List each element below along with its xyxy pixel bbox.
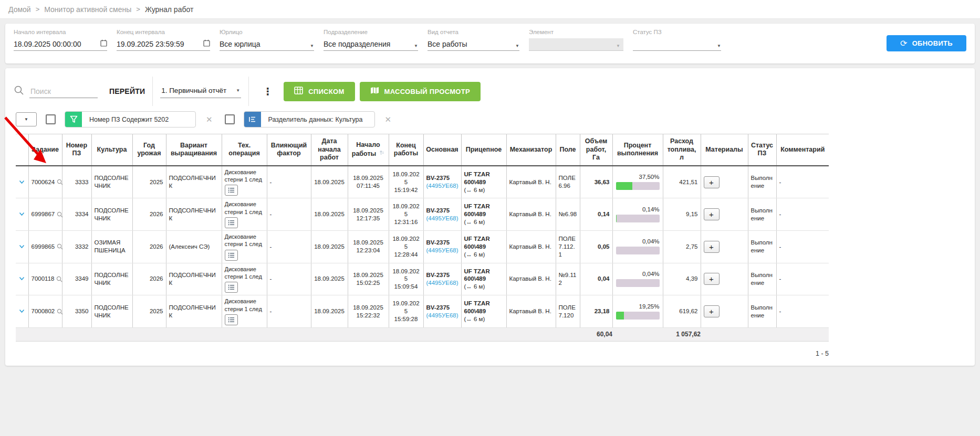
work-start-date: 18.09.2025 [311, 295, 348, 328]
operation-list-icon[interactable] [225, 314, 238, 325]
col-main-vehicle[interactable]: Основная [423, 134, 461, 166]
report-type-select[interactable]: Все работы ▼ [428, 38, 519, 51]
col-culture[interactable]: Культура [91, 134, 132, 166]
work-volume: 0,05 [580, 231, 612, 263]
progress-bar [616, 182, 660, 190]
status-pz-field: Статус ПЗ ▼ [633, 29, 721, 51]
row-expand-icon[interactable] [19, 309, 25, 313]
calendar-icon[interactable] [100, 39, 107, 48]
work-begin-time: 18.09.2025 12:23:04 [348, 231, 389, 263]
tech-operation: Дискование стерни 1 след [225, 200, 264, 216]
culture: ПОДСОЛНЕЧНИК [91, 198, 132, 231]
col-work-end[interactable]: Конец работы [389, 134, 423, 166]
vehicle-plate-link[interactable]: (4495УЕ68) [426, 247, 458, 254]
col-work-start-date[interactable]: Дата начала работ [311, 134, 348, 166]
col-influencing-factor[interactable]: Влияющий фактор [267, 134, 311, 166]
work-volume: 0,04 [580, 263, 612, 295]
influencing-factor: - [267, 166, 311, 198]
row-expand-icon[interactable] [19, 212, 25, 216]
operation-list-icon[interactable] [225, 217, 238, 228]
main-vehicle-name: BV-2375 [426, 207, 458, 215]
operation-list-icon[interactable] [225, 250, 238, 261]
legal-entity-select[interactable]: Все юрлица ▼ [220, 38, 314, 51]
magnifier-icon[interactable] [56, 276, 62, 282]
breadcrumb-monitor[interactable]: Монитор активной смены [44, 5, 131, 14]
vehicle-plate-link[interactable]: (4495УЕ68) [426, 215, 458, 222]
divider [248, 77, 249, 106]
chip-close-icon[interactable]: ✕ [203, 115, 216, 124]
task-number: 7000624 [32, 178, 55, 186]
status-pz-select[interactable]: ▼ [633, 38, 721, 51]
vehicle-plate-link[interactable]: (4495УЕ68) [426, 279, 458, 287]
go-button[interactable]: ПЕРЕЙТИ [109, 87, 145, 95]
col-operator[interactable]: Механизатор [506, 134, 556, 166]
chip-close-icon[interactable]: ✕ [382, 115, 395, 124]
col-harvest-year[interactable]: Год урожая [132, 134, 166, 166]
percent-label: 0,14% [616, 206, 660, 214]
row-expand-icon[interactable] [19, 180, 25, 184]
magnifier-icon[interactable] [57, 179, 63, 185]
add-materials-button[interactable]: + [704, 305, 720, 317]
work-journal-panel: ПЕРЕЙТИ 1. Первичный отчёт ▼ ⋮ СПИСКОМ М… [5, 68, 975, 366]
vehicle-plate-link[interactable]: (4495УЕ68) [426, 182, 458, 190]
total-volume: 60,04 [580, 327, 612, 341]
add-materials-button[interactable]: + [704, 273, 720, 285]
tech-operation: Дискование стерни 1 след [225, 233, 264, 248]
breadcrumb-home[interactable]: Домой [8, 5, 31, 14]
col-completion-percent[interactable]: Процент выполнения [612, 134, 663, 166]
chip-checkbox[interactable] [225, 114, 235, 124]
kebab-menu-icon[interactable]: ⋮ [256, 86, 279, 98]
list-view-button[interactable]: СПИСКОМ [284, 82, 355, 101]
interval-start-input[interactable]: 18.09.2025 00:00:00 [14, 38, 107, 51]
col-materials[interactable]: Материалы [701, 134, 748, 166]
sort-asc-icon[interactable] [378, 150, 384, 157]
report-view-select[interactable]: 1. Первичный отчёт ▼ [160, 84, 241, 98]
interval-end-input[interactable]: 19.09.2025 23:59:59 [117, 38, 210, 51]
add-materials-button[interactable]: + [704, 208, 720, 220]
col-fuel-consumption[interactable]: Расход топлива, л [663, 134, 701, 166]
row-expand-icon[interactable] [19, 277, 25, 281]
mass-view-button[interactable]: МАССОВЫЙ ПРОСМОТР [360, 82, 481, 101]
col-work-volume[interactable]: Объем работ, Га [580, 134, 612, 166]
work-volume: 23,18 [580, 295, 612, 328]
magnifier-icon[interactable] [57, 243, 63, 250]
col-status-pz[interactable]: Статус ПЗ [748, 134, 776, 166]
col-field[interactable]: Поле [556, 134, 580, 166]
search-wrap [14, 85, 98, 98]
progress-fill [616, 182, 632, 190]
refresh-button[interactable]: ⟳ ОБНОВИТЬ [887, 35, 966, 51]
division-select[interactable]: Все подразделения ▼ [324, 38, 418, 51]
harvest-year: 2026 [132, 263, 166, 295]
col-growing-variant[interactable]: Вариант выращивания [166, 134, 222, 166]
col-task[interactable]: Задание [28, 134, 62, 166]
search-input[interactable] [29, 85, 98, 98]
work-begin-time: 18.09.2025 15:02:25 [348, 263, 389, 295]
chips-dropdown-button[interactable]: ▼ [16, 112, 37, 126]
tech-operation: Дискование стерни 1 след [225, 168, 264, 184]
col-comment[interactable]: Комментарий [776, 134, 829, 166]
col-tech-operation[interactable]: Тех. операция [222, 134, 267, 166]
operation-list-icon[interactable] [225, 282, 238, 293]
magnifier-icon[interactable] [57, 309, 63, 315]
task-number: 6999867 [32, 210, 55, 218]
col-trailer[interactable]: Прицепное [461, 134, 506, 166]
add-materials-button[interactable]: + [704, 241, 720, 253]
chevron-down-icon: ▼ [515, 44, 519, 48]
work-start-date: 18.09.2025 [311, 231, 348, 263]
vehicle-plate-link[interactable]: (4495УЕ68) [426, 312, 458, 320]
chip-checkbox[interactable] [46, 114, 56, 124]
col-order-number[interactable]: Номер ПЗ [62, 134, 91, 166]
filter-chip-number-pz[interactable]: Номер ПЗ Содержит 5202 [65, 111, 196, 127]
chevron-down-icon: ▼ [236, 88, 240, 93]
magnifier-icon[interactable] [57, 211, 63, 218]
work-volume: 36,63 [580, 166, 612, 198]
total-fuel: 1 057,62 [663, 327, 701, 341]
harvest-year: 2025 [132, 166, 166, 198]
row-expand-icon[interactable] [19, 244, 25, 249]
col-work-begin[interactable]: Начало работы [348, 134, 389, 166]
work-journal-table: Задание Номер ПЗ Культура Год урожая Вар… [16, 134, 829, 342]
calendar-icon[interactable] [203, 39, 210, 48]
operation-list-icon[interactable] [225, 185, 238, 196]
filter-chip-data-separator[interactable]: Разделитель данных: Культура [244, 111, 375, 127]
add-materials-button[interactable]: + [704, 176, 720, 188]
